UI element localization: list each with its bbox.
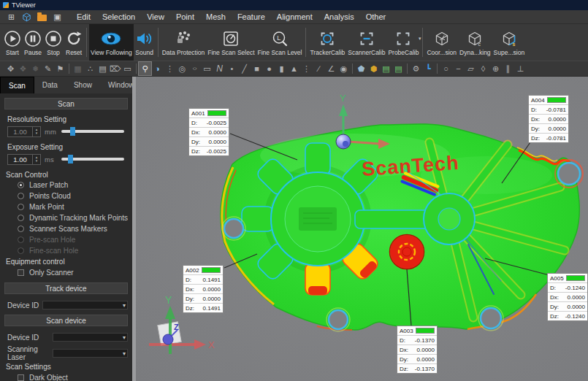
- menu-item-alignment[interactable]: Alignment: [271, 10, 318, 23]
- annotation-A003[interactable]: A003 D:-0.1370 Dx:0.0000 Dy:0.0000 Dz:-0…: [397, 326, 438, 374]
- menu-item-view[interactable]: View: [141, 10, 170, 23]
- radio-mark-point[interactable]: Mark Point: [18, 203, 132, 210]
- mesh-model-icon[interactable]: ⬟: [355, 62, 367, 75]
- toolbar-button-fine-scan-select[interactable]: Fine Scan Select: [206, 24, 256, 61]
- paint-select-icon[interactable]: ◑: [151, 62, 164, 75]
- toolbar-button-pause[interactable]: Pause: [23, 24, 43, 61]
- cube-view-icon[interactable]: [19, 12, 34, 23]
- radio-dynamic-tracking-mark-points[interactable]: Dynamic Tracking Mark Points: [18, 214, 132, 221]
- report-export-icon[interactable]: ▤: [380, 62, 392, 75]
- visibility-icon[interactable]: ◉: [337, 62, 350, 75]
- tab-show[interactable]: Show: [66, 77, 100, 93]
- menu-item-point[interactable]: Point: [170, 10, 200, 23]
- radio-scanner-scans-markers[interactable]: Scanner Scans Markers: [18, 225, 132, 232]
- checkbox-only-scanner[interactable]: Only Scanner: [18, 268, 132, 277]
- menu-item-analysis[interactable]: Analysis: [318, 10, 360, 23]
- toolbar-button-stop[interactable]: Stop: [43, 24, 64, 61]
- tag-marker-icon[interactable]: ▤: [96, 62, 109, 75]
- rect-select-icon[interactable]: ▭: [121, 62, 134, 75]
- scan-header-button[interactable]: Scan: [4, 98, 128, 109]
- annotation-A004[interactable]: A004 D:-0.0781 Dx:0.0000 Dy:0.0000 Dz:-0…: [528, 95, 569, 143]
- toolbar-button-cube-coor[interactable]: Coor...sion: [425, 24, 458, 61]
- region-shrink-icon[interactable]: ❅: [29, 62, 42, 75]
- svg-text:L: L: [277, 34, 280, 41]
- menu-item-edit[interactable]: Edit: [71, 10, 96, 23]
- region-grow-icon[interactable]: ❖: [17, 62, 29, 75]
- overflow-dots-icon[interactable]: ⋮: [164, 62, 176, 75]
- cone-tool-icon[interactable]: ▲: [288, 62, 300, 75]
- toolbar-button-cube-supe[interactable]: sSupe...sion: [492, 24, 527, 61]
- scan-device-button[interactable]: Scan device: [4, 315, 128, 326]
- circle-tool-icon[interactable]: ◎: [176, 62, 188, 75]
- annotation-A005[interactable]: A005 D:-0.1240 Dx:0.0000 Dy:0.0000 Dz:-0…: [547, 273, 588, 321]
- brush-select-icon[interactable]: ✥: [4, 62, 17, 75]
- exposure-slider[interactable]: [61, 158, 124, 161]
- annotation-id: A003: [400, 328, 413, 334]
- toolbar-button-probe-calib[interactable]: ProbeCalib▾: [386, 24, 420, 61]
- menu-item-other[interactable]: Other: [360, 10, 392, 23]
- toolbar-button-tracker-calib[interactable]: TrackerCalib: [308, 24, 346, 61]
- toolbar-button-reset[interactable]: Reset: [64, 24, 84, 61]
- cylinder-tool-icon[interactable]: ▮: [275, 62, 288, 75]
- sphere-tool-icon[interactable]: ●: [263, 62, 275, 75]
- rgb-cube-icon[interactable]: ⬢: [367, 62, 380, 75]
- overflow-dots2-icon[interactable]: ⋮: [300, 62, 313, 75]
- radio-points-cloud[interactable]: Points Cloud: [18, 192, 132, 199]
- angle-icon[interactable]: ∠: [325, 62, 337, 75]
- open-folder-icon[interactable]: [34, 13, 50, 21]
- pick-point-icon[interactable]: ✎: [42, 62, 54, 75]
- tab-data[interactable]: Data: [34, 77, 66, 93]
- resolution-input[interactable]: 1.00: [7, 126, 41, 137]
- ruler-icon[interactable]: ∕: [313, 62, 325, 75]
- radio-laser-patch[interactable]: Laser Patch: [18, 181, 132, 188]
- checkbox-dark-object[interactable]: Dark Object: [18, 373, 132, 381]
- fill-holes-icon[interactable]: ⚑: [54, 62, 66, 75]
- menu-item-mesh[interactable]: Mesh: [200, 10, 232, 23]
- annotation-A001[interactable]: A001 D:-0.0025 Dx:0.0000 Dy:0.0000 Dz:-0…: [188, 108, 229, 156]
- grid-snap-icon[interactable]: ▦: [72, 62, 84, 75]
- toolbar-button-data-protection[interactable]: Data Protection: [161, 24, 207, 61]
- section-curve-icon[interactable]: ┗: [422, 62, 435, 75]
- toolbar-button-fine-scan-level[interactable]: LFine Scan Level: [256, 24, 304, 61]
- toolbar-button-scanner-calib[interactable]: ScannerCalib: [346, 24, 386, 61]
- save-icon[interactable]: ▣: [50, 12, 65, 22]
- toolbar-button-cube-dyna[interactable]: cDyna...king: [458, 24, 492, 61]
- gear-icon[interactable]: ⚙: [410, 62, 422, 75]
- rectangle-tool-icon[interactable]: ▭: [201, 62, 213, 75]
- track-device-button[interactable]: Track device: [4, 282, 128, 294]
- parallel-feature-icon[interactable]: ∥: [502, 62, 514, 75]
- toolbar-button-view-following[interactable]: View Following: [89, 24, 134, 61]
- parallelogram-feature-icon[interactable]: ▱: [465, 62, 477, 75]
- line-tool-icon[interactable]: ╱: [238, 62, 251, 75]
- annotation-A002[interactable]: A002 D:0.1491 Dx:0.0000 Dy:0.0000 Dz:0.1…: [183, 265, 224, 313]
- circle-feature-icon[interactable]: ○: [440, 62, 452, 75]
- plane-tool-icon[interactable]: ■: [251, 62, 263, 75]
- point-tool-icon[interactable]: •: [226, 62, 238, 75]
- polyline-tool-icon[interactable]: N: [213, 62, 226, 75]
- zoom-tool-icon[interactable]: ⚲: [139, 62, 151, 75]
- toolbar-button-sound[interactable]: Sound: [134, 24, 156, 61]
- spinner-arrows-icon[interactable]: [32, 127, 40, 136]
- device-id-select[interactable]: [42, 301, 128, 309]
- resolution-slider[interactable]: [61, 130, 124, 133]
- menu-item-selection[interactable]: Selection: [96, 10, 141, 23]
- slot-feature-icon[interactable]: ◊: [477, 62, 489, 75]
- ellipse-tool-icon[interactable]: ○: [188, 64, 201, 72]
- perpendicular-feature-icon[interactable]: ⊥: [514, 62, 527, 75]
- exposure-setting-label: Exposure Setting: [7, 143, 132, 151]
- scanning-laser-select[interactable]: [53, 349, 128, 358]
- spinner-arrows-icon[interactable]: [32, 155, 40, 164]
- menu-item-feature[interactable]: Feature: [232, 10, 271, 23]
- tab-scan[interactable]: Scan: [0, 77, 34, 93]
- globe-feature-icon[interactable]: ⊕: [489, 62, 502, 75]
- device-id2-select[interactable]: [53, 333, 128, 342]
- scatter-points-icon[interactable]: ∴: [84, 62, 96, 75]
- toolbar-button-start[interactable]: Start: [2, 24, 23, 61]
- new-file-icon[interactable]: ⊞: [4, 12, 19, 22]
- exposure-input[interactable]: 1.00: [7, 154, 41, 165]
- report-import-icon[interactable]: ▤: [392, 62, 405, 75]
- probe-calib-dropdown-caret[interactable]: ▾: [419, 36, 421, 42]
- viewport-3d[interactable]: ScanTech Y: [136, 77, 588, 381]
- line-feature-icon[interactable]: −: [452, 62, 465, 75]
- eraser-icon[interactable]: ⌦: [109, 62, 121, 75]
